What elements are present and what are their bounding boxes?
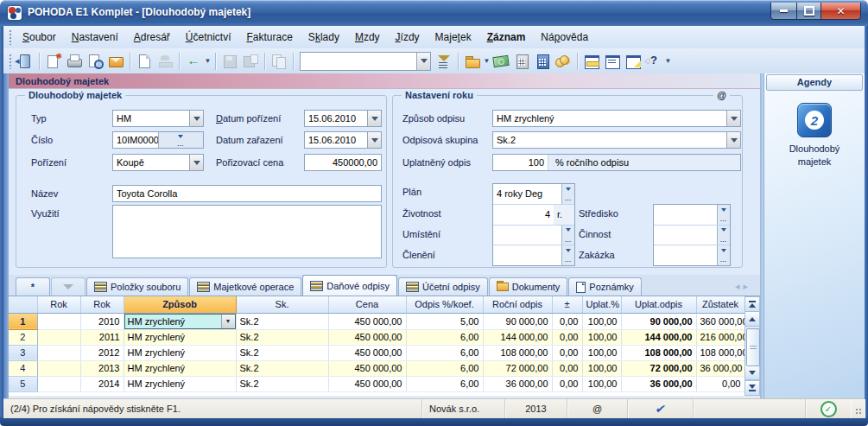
plan-browse-buttons[interactable]: … [561, 184, 574, 204]
grid-cell[interactable]: HM zrychlený [124, 345, 236, 360]
new-record-icon[interactable] [135, 52, 154, 70]
grid-cell[interactable]: 6,00 [406, 376, 483, 391]
grid-cell[interactable]: HM zrychlený▼ [124, 313, 236, 329]
grid-cell[interactable]: HM zrychlený [124, 360, 236, 376]
grid-cell[interactable]: Sk.2 [236, 329, 328, 345]
grid-cell[interactable]: 450 000,00 [328, 360, 406, 376]
dropdown-button[interactable] [726, 111, 740, 126]
tab-scroll-arrows[interactable]: ◂▸ [735, 281, 751, 292]
grid-vertical-scrollbar[interactable] [744, 296, 760, 396]
porizeni-combobox[interactable]: Koupě [112, 154, 204, 171]
grid-cell[interactable]: HM zrychlený [124, 329, 236, 345]
grid-cell[interactable] [37, 313, 80, 329]
report-icon[interactable] [44, 52, 63, 70]
column-header[interactable]: Cena [328, 296, 406, 313]
table-row[interactable]: 32012HM zrychlenýSk.2450 000,006,00108 0… [9, 345, 744, 360]
grid-cell[interactable]: 100,00 [582, 376, 621, 391]
zakazka-browse-buttons[interactable]: … [717, 245, 730, 265]
datum-porizeni-combobox[interactable]: 15.06.2010 [304, 110, 382, 127]
datum-zarazeni-combobox[interactable]: 15.06.2010 [304, 131, 382, 149]
grid-cell[interactable]: Sk.2 [236, 360, 328, 376]
grid-cell[interactable]: 144 000,00 [483, 329, 552, 345]
dropdown-button[interactable] [367, 111, 381, 126]
panel-bottom-icon[interactable] [582, 52, 601, 70]
grid-cell[interactable]: 216 000,00 [696, 329, 744, 345]
tab-danove-odpisy[interactable]: Daňové odpisy [302, 275, 397, 296]
dropdown-button[interactable] [726, 132, 740, 148]
scroll-first-record-button[interactable] [745, 297, 759, 312]
coins-icon[interactable] [554, 52, 573, 70]
column-header[interactable]: Rok [80, 296, 124, 313]
grid-cell[interactable]: 90 000,00 [621, 313, 696, 329]
dropdown-button[interactable]: ▼ [221, 315, 235, 328]
exit-icon[interactable] [16, 52, 35, 70]
search-combobox[interactable] [300, 52, 431, 71]
dropdown-button[interactable] [189, 155, 203, 170]
uplatneny-odpis-field[interactable]: 100 % ročního odpisu [492, 154, 741, 171]
grid-cell[interactable]: 72 000,00 [621, 360, 696, 376]
tab-polozky-souboru[interactable]: Položky souboru [86, 277, 188, 296]
cislo-field[interactable]: 10IM00002 … [112, 131, 204, 149]
grid-cell[interactable]: 2010 [80, 313, 124, 329]
grid-cell[interactable]: 2014 [80, 376, 124, 391]
menu-item-adresar[interactable]: Adresář [126, 28, 178, 47]
grid-cell[interactable]: HM zrychlený [124, 376, 236, 391]
agendy-header-button[interactable]: Agendy [766, 74, 863, 91]
search-dropdown-button[interactable] [416, 53, 430, 70]
grid-cell[interactable] [37, 360, 80, 376]
mail-export-icon[interactable] [106, 52, 125, 70]
grid-cell[interactable] [37, 329, 80, 345]
menu-item-jizdy[interactable]: Jízdy [388, 28, 428, 47]
grid-cell[interactable]: 6,00 [406, 345, 483, 360]
calculator-blue-icon[interactable] [533, 52, 552, 70]
grid-cell[interactable]: 450 000,00 [328, 313, 406, 329]
column-header[interactable]: Zůstatek [696, 296, 744, 313]
resize-grip[interactable] [851, 399, 865, 418]
help-cursor-icon[interactable]: ? [644, 52, 663, 70]
zpusob-odpisu-combobox[interactable]: HM zrychlený [492, 110, 741, 127]
back-arrow-icon[interactable]: ← [184, 52, 203, 70]
back-dropdown-caret[interactable]: ▼ [204, 52, 212, 70]
grid-cell[interactable]: 100,00 [582, 313, 621, 329]
grid-cell[interactable]: 5,00 [406, 313, 483, 329]
toolbar-drag-grip[interactable] [7, 54, 15, 69]
status-at[interactable]: @ [567, 399, 628, 418]
table-row[interactable]: 52014HM zrychlenýSk.2450 000,006,0036 00… [9, 376, 744, 391]
grid-cell[interactable]: 6,00 [406, 360, 483, 376]
menu-item-mzdy[interactable]: Mzdy [347, 28, 388, 47]
menu-item-nastaveni[interactable]: Nastavení [64, 28, 126, 47]
grid-cell[interactable] [37, 345, 80, 360]
column-header[interactable]: Rok [37, 296, 80, 313]
minimize-button[interactable] [770, 3, 797, 20]
cinnost-browse-buttons[interactable]: … [717, 226, 730, 245]
grid-cell[interactable]: 100,00 [582, 329, 621, 345]
odpisova-skupina-combobox[interactable]: Sk.2 [492, 131, 741, 149]
column-header[interactable]: Uplat.% [582, 296, 621, 313]
stredisko-browse-buttons[interactable]: … [717, 205, 730, 225]
grid-cell[interactable]: 360 000,00 [696, 313, 744, 329]
grid-cell[interactable]: 2012 [80, 345, 124, 360]
menu-item-majetek[interactable]: Majetek [428, 28, 479, 47]
grid-cell[interactable]: 100,00 [582, 360, 621, 376]
cleneni-browse-buttons[interactable]: … [561, 245, 574, 265]
scroll-thumb[interactable] [746, 328, 760, 366]
grid-cell[interactable]: 450 000,00 [328, 329, 406, 345]
column-header[interactable]: Roční odpis [483, 296, 552, 313]
panel-corner-icon[interactable] [624, 52, 643, 70]
cleneni-field[interactable]: … [493, 245, 574, 265]
typ-combobox[interactable]: HM [112, 110, 204, 127]
grid-cell[interactable]: 0,00 [552, 376, 582, 391]
close-button[interactable]: ✕ [821, 3, 861, 20]
menu-item-sklady[interactable]: Sklady [301, 28, 347, 47]
grid-cell[interactable]: 108 000,00 [696, 345, 744, 360]
grid-cell[interactable]: 36 000,00 [483, 376, 552, 391]
plan-field[interactable]: 4 roky Deg … [493, 184, 574, 205]
grid-cell[interactable]: 0,00 [552, 329, 582, 345]
menu-item-ucetnictvi[interactable]: Účetnictví [178, 28, 239, 47]
umisteni-field[interactable]: … [493, 226, 574, 246]
filter-icon[interactable] [434, 52, 453, 70]
scroll-down-button[interactable] [745, 366, 759, 380]
search-input[interactable] [301, 53, 416, 70]
table-row[interactable]: 12010HM zrychlený▼Sk.2450 000,005,0090 0… [9, 313, 744, 329]
grid-cell[interactable]: 450 000,00 [328, 345, 406, 360]
